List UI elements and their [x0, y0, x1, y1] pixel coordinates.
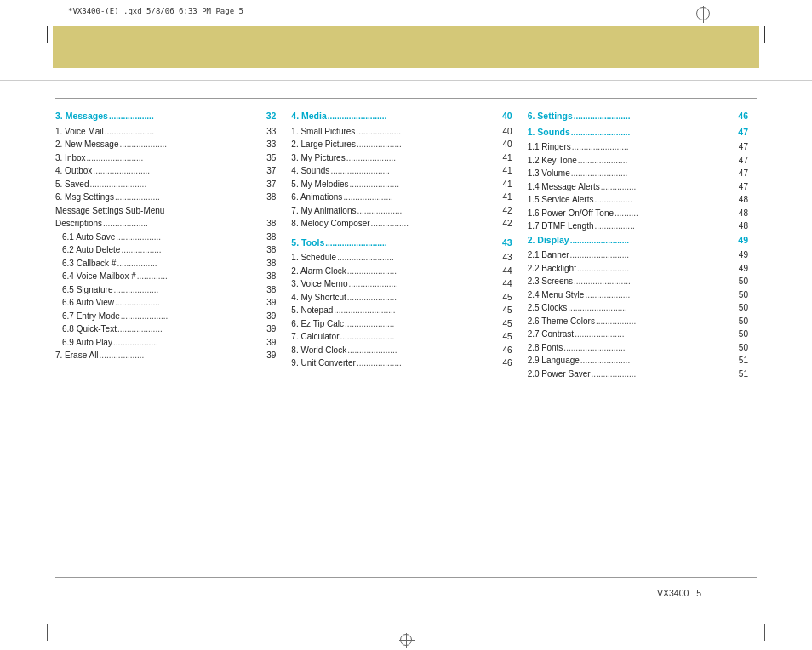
entry-label: 8. Melody Composer	[291, 217, 369, 231]
toc-entry: 2.4 Menu Style...................50	[528, 288, 748, 302]
entry-label: 2.7 Contrast	[528, 328, 574, 341]
entry-label: 6.1 Auto Save	[62, 231, 115, 244]
entry-page: 50	[739, 341, 748, 355]
entry-label: 2.9 Language	[528, 354, 580, 368]
entry-page: 35	[266, 151, 276, 165]
entry-page: 33	[266, 125, 276, 139]
entry-label: 6.3 Callback #	[62, 257, 116, 271]
entry-label: 2.4 Menu Style	[528, 288, 585, 302]
toc-entry: 1.6 Power On/Off Tone..........48	[528, 207, 748, 220]
entry-dots: ........................	[89, 178, 266, 191]
entry-dots: .......................	[340, 330, 501, 344]
entry-label: 1.5 Service Alerts	[528, 193, 594, 207]
crop-mark-tr-h	[765, 43, 782, 43]
toc-entry: 2. New Message....................33	[55, 138, 276, 151]
entry-label: 6.2 Auto Delete	[62, 243, 120, 257]
entry-page: 44	[503, 265, 512, 278]
toc-entry: 1.1 Ringers........................47	[528, 140, 748, 154]
toc-entry: 2.5 Clocks.........................50	[528, 301, 748, 315]
entry-page: 50	[739, 275, 748, 288]
entry-page: 48	[739, 207, 748, 220]
entry-dots: ......................	[577, 262, 738, 276]
entry-label: 2.0 Power Saver	[528, 368, 591, 381]
entry-label: 7. Calculator	[291, 330, 339, 344]
entry-label: 2.3 Screens	[528, 275, 573, 288]
entry-page: 41	[503, 164, 512, 178]
toc-entry: 4. My Shortcut.....................45	[291, 291, 512, 305]
entry-dots: ........................	[572, 140, 738, 154]
entry-label: 1.2 Key Tone	[528, 154, 577, 168]
toc-entry: 1.5 Service Alerts................48	[528, 193, 748, 207]
entry-dots: ...................	[116, 231, 266, 244]
entry-page: 50	[739, 288, 748, 302]
entry-label: 1.3 Volume	[528, 167, 570, 180]
entry-label: 6.5 Signature	[62, 283, 113, 297]
toc-entry: 6.9 Auto Play...................39	[55, 336, 276, 350]
entry-label: 2.6 Theme Colors	[528, 315, 595, 328]
entry-label: 9. Unit Converter	[291, 356, 356, 370]
toc-entry: 4. Outbox........................37	[55, 164, 276, 178]
entry-page: 45	[503, 304, 512, 317]
entry-dots: ................	[371, 217, 502, 231]
entry-label: 6. Ez Tip Calc	[291, 317, 344, 331]
entry-label: 6.8 Quick-Text	[62, 322, 117, 336]
column-media-tools: 4. Media.........................401. Sm…	[284, 109, 520, 568]
entry-label: 5. Notepad	[291, 304, 333, 317]
entry-label: 6. Animations	[291, 191, 342, 204]
entry-page: 45	[503, 330, 512, 344]
entry-dots: .............	[137, 270, 266, 283]
entry-dots: .....................	[347, 291, 502, 305]
entry-page: 46	[503, 344, 512, 357]
toc-entry: 5. My Melodies.....................41	[291, 178, 512, 191]
footer-text: VX3400 5	[657, 588, 701, 598]
entry-dots: ...................	[115, 191, 266, 204]
entry-dots: .....................	[578, 154, 738, 168]
footer-model: VX3400	[657, 588, 689, 598]
entry-label: 6.6 Auto View	[62, 296, 114, 310]
entry-dots: ...................	[113, 336, 266, 350]
entry-label: 4. Sounds	[291, 164, 329, 178]
entry-dots: ...................	[103, 217, 266, 231]
toc-entry: 5. Saved........................37	[55, 178, 276, 191]
crop-mark-tl-v	[47, 26, 48, 43]
entry-dots: .................	[596, 315, 738, 328]
entry-dots: ...................	[592, 368, 738, 381]
toc-entry: 6. Ez Tip Calc.....................45	[291, 317, 512, 331]
toc-entry: 8. World Clock.....................46	[291, 344, 512, 357]
entry-dots: .....................	[105, 125, 266, 139]
entry-label: 4. My Shortcut	[291, 291, 346, 305]
entry-dots: ..........................	[563, 341, 738, 355]
entry-dots: ...................	[114, 283, 266, 297]
entry-page: 38	[266, 231, 276, 244]
entry-dots: ..........	[615, 207, 738, 220]
entry-page: 47	[739, 167, 748, 180]
toc-entry: 1.3 Volume........................47	[528, 167, 748, 180]
toc-entry: 2.0 Power Saver...................51	[528, 368, 748, 381]
entry-label: 1. Voice Mail	[55, 125, 104, 139]
entry-label: 6.9 Auto Play	[62, 336, 112, 350]
page-wrapper: *VX3400-(E) .qxd 5/8/06 6:33 PM Page 5 3…	[0, 0, 812, 650]
toc-entry: 6.1 Auto Save...................38	[55, 231, 276, 244]
yellow-header-bar	[53, 26, 759, 68]
toc-entry: 3. Inbox........................35	[55, 151, 276, 165]
toc-entry: 1. Small Pictures...................40	[291, 125, 512, 139]
toc-entry: 1.2 Key Tone.....................47	[528, 154, 748, 168]
entry-page: 50	[739, 301, 748, 315]
entry-dots: ................	[594, 193, 737, 207]
toc-entry: 2.9 Language.....................51	[528, 354, 748, 368]
entry-label: 6.7 Entry Mode	[62, 310, 120, 323]
entry-dots: .....................	[348, 277, 501, 291]
toc-entry: 3. My Pictures.....................41	[291, 151, 512, 165]
toc-entry: 1.7 DTMF Length.................48	[528, 220, 748, 233]
entry-label: 2. Alarm Clock	[291, 265, 346, 278]
registration-mark-top	[696, 7, 710, 20]
entry-page: 46	[503, 356, 512, 370]
toc-entry: 7. Calculator.......................45	[291, 330, 512, 344]
footer-page-number: 5	[696, 588, 701, 598]
header-meta: *VX3400-(E) .qxd 5/8/06 6:33 PM Page 5	[68, 7, 243, 15]
entry-page: 48	[739, 220, 748, 233]
toc-entry: 5. Notepad..........................45	[291, 304, 512, 317]
entry-page: 39	[266, 336, 276, 350]
entry-dots: ...................	[356, 125, 501, 139]
entry-page: 47	[739, 180, 748, 194]
